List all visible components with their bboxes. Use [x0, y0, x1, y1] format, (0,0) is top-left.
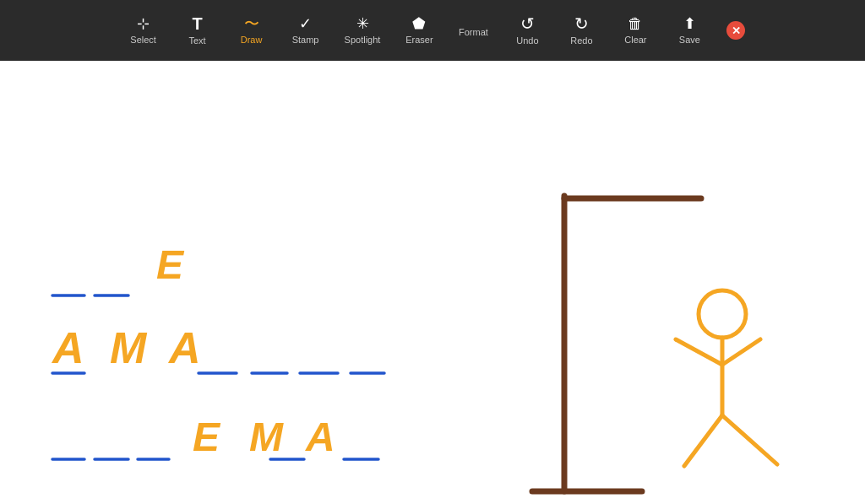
canvas-area[interactable]: E A M A E M A: [0, 61, 865, 504]
svg-text:M: M: [249, 415, 284, 459]
spotlight-icon: ✳: [356, 16, 369, 31]
clear-label: Clear: [624, 35, 646, 45]
text-icon: T: [192, 15, 202, 32]
svg-point-22: [699, 290, 746, 338]
svg-text:E: E: [156, 242, 185, 287]
tool-undo[interactable]: ↺ Undo: [503, 12, 551, 49]
tool-eraser[interactable]: ⬟ Eraser: [395, 13, 443, 48]
eraser-label: Eraser: [405, 35, 432, 45]
svg-line-24: [676, 339, 722, 365]
tool-redo[interactable]: ↻ Redo: [558, 12, 605, 49]
drawing-canvas: E A M A E M A: [0, 61, 865, 504]
svg-line-27: [722, 415, 777, 464]
close-button[interactable]: ✕: [726, 21, 745, 40]
stamp-label: Stamp: [292, 35, 319, 45]
spotlight-label: Spotlight: [345, 35, 381, 45]
tool-draw[interactable]: 〜 Draw: [228, 13, 275, 48]
tool-clear[interactable]: 🗑 Clear: [612, 13, 659, 48]
stamp-icon: ✓: [299, 16, 312, 31]
svg-text:M: M: [110, 323, 148, 372]
tool-text[interactable]: T Text: [174, 12, 221, 49]
toolbar: ⊹ Select T Text 〜 Draw ✓ Stamp ✳ Spotlig…: [0, 0, 865, 61]
select-icon: ⊹: [137, 16, 150, 31]
redo-label: Redo: [570, 35, 592, 46]
text-label: Text: [189, 35, 206, 46]
clear-icon: 🗑: [628, 16, 643, 31]
tool-stamp[interactable]: ✓ Stamp: [282, 13, 329, 48]
format-label: Format: [459, 27, 488, 37]
tool-format[interactable]: Format: [449, 20, 497, 41]
svg-text:A: A: [305, 415, 335, 459]
svg-text:E: E: [193, 415, 221, 459]
svg-line-26: [684, 415, 722, 466]
save-label: Save: [679, 35, 700, 45]
select-label: Select: [130, 35, 156, 45]
draw-label: Draw: [241, 35, 263, 45]
tool-spotlight[interactable]: ✳ Spotlight: [336, 13, 389, 48]
save-icon: ⬆: [683, 16, 696, 31]
svg-text:A: A: [167, 323, 201, 372]
eraser-icon: ⬟: [412, 16, 426, 31]
undo-icon: ↺: [520, 15, 535, 32]
undo-label: Undo: [516, 35, 538, 46]
tool-select[interactable]: ⊹ Select: [120, 13, 167, 48]
svg-text:A: A: [51, 323, 84, 372]
redo-icon: ↻: [574, 15, 589, 32]
svg-line-25: [722, 339, 760, 365]
draw-icon: 〜: [244, 16, 259, 31]
tool-save[interactable]: ⬆ Save: [666, 13, 713, 48]
